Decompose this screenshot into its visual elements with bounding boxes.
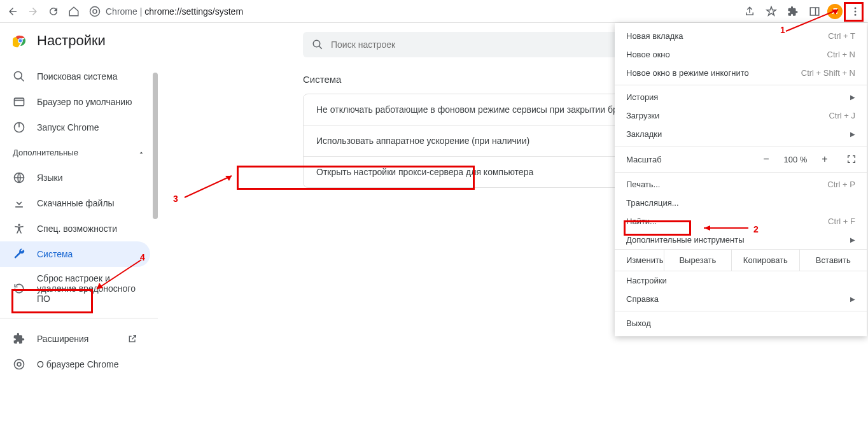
menu-shortcut: Ctrl + J xyxy=(829,111,855,120)
sidebar-label: Расширения xyxy=(37,334,88,344)
chevron-right-icon: ▶ xyxy=(850,94,855,101)
sidepanel-button[interactable] xyxy=(806,3,823,20)
share-button[interactable] xyxy=(741,3,759,20)
svg-point-0 xyxy=(90,6,100,16)
menu-new-tab[interactable]: Новая вкладкаCtrl + T xyxy=(615,27,867,45)
profile-avatar[interactable]: Л xyxy=(827,4,843,19)
power-icon xyxy=(13,121,25,134)
browser-toolbar: Chrome | chrome://settings/system Л xyxy=(0,0,868,23)
menu-new-window[interactable]: Новое окноCtrl + N xyxy=(615,45,867,64)
sidebar-label: Система xyxy=(37,249,73,259)
svg-point-17 xyxy=(18,224,20,226)
menu-help[interactable]: Справка▶ xyxy=(615,290,867,308)
sidebar: Поисковая система Браузер по умолчанию З… xyxy=(0,59,158,442)
external-link-icon xyxy=(127,334,137,344)
zoom-in-button[interactable]: + xyxy=(817,152,832,167)
forward-button[interactable] xyxy=(24,3,42,20)
search-icon xyxy=(13,70,25,83)
svg-line-11 xyxy=(21,78,24,82)
sidebar-item-search-engine[interactable]: Поисковая система xyxy=(0,64,150,89)
sidebar-item-languages[interactable]: Языки xyxy=(0,165,150,190)
sidebar-label: Скачанные файлы xyxy=(37,198,115,208)
menu-label: Новая вкладка xyxy=(626,31,683,41)
zoom-out-button[interactable]: − xyxy=(759,152,774,167)
menu-history[interactable]: История▶ xyxy=(615,88,867,106)
menu-print[interactable]: Печать...Ctrl + P xyxy=(615,175,867,194)
menu-label: Дополнительные инструменты xyxy=(626,235,745,245)
menu-shortcut: Ctrl + N xyxy=(827,50,855,59)
menu-zoom: Масштаб − 100 % + xyxy=(615,149,867,169)
home-icon xyxy=(68,6,80,17)
sidebar-label: Спец. возможности xyxy=(37,224,117,234)
sidebar-label: Браузер по умолчанию xyxy=(37,97,132,107)
sidebar-item-system[interactable]: Система xyxy=(0,241,150,267)
puzzle-icon xyxy=(787,6,799,17)
back-button[interactable] xyxy=(4,3,22,20)
puzzle-icon xyxy=(13,332,25,345)
extensions-button[interactable] xyxy=(784,3,802,20)
sidebar-label: О браузере Chrome xyxy=(37,359,119,369)
sidebar-item-default-browser[interactable]: Браузер по умолчанию xyxy=(0,89,150,115)
row-label: Использовать аппаратное ускорение (при н… xyxy=(316,136,529,146)
sidebar-item-reset[interactable]: Сброс настроек и удаление вредоносного П… xyxy=(0,267,150,310)
svg-point-1 xyxy=(93,10,97,13)
sidebar-item-startup[interactable]: Запуск Chrome xyxy=(0,115,150,140)
menu-cut[interactable]: Вырезать xyxy=(664,250,731,271)
chevron-right-icon: ▶ xyxy=(850,296,855,303)
sidebar-label: Поисковая система xyxy=(37,71,118,82)
menu-downloads[interactable]: ЗагрузкиCtrl + J xyxy=(615,106,867,125)
sidebar-label: Запуск Chrome xyxy=(37,122,99,132)
menu-cast[interactable]: Трансляция... xyxy=(615,194,867,212)
menu-label: Новое окно в режиме инкогнито xyxy=(626,68,749,78)
sidebar-item-about[interactable]: О браузере Chrome xyxy=(0,352,150,377)
sidebar-item-extensions[interactable]: Расширения xyxy=(0,326,150,352)
fullscreen-button[interactable] xyxy=(844,152,859,167)
chrome-menu: Новая вкладкаCtrl + T Новое окноCtrl + N… xyxy=(615,23,867,336)
chevron-right-icon: ▶ xyxy=(850,236,855,243)
sidebar-item-accessibility[interactable]: Спец. возможности xyxy=(0,216,150,241)
menu-tools[interactable]: Дополнительные инструменты▶ xyxy=(615,231,867,249)
chevron-right-icon: ▶ xyxy=(850,131,855,138)
advanced-label: Дополнительные xyxy=(13,148,78,157)
settings-title: Настройки xyxy=(37,32,106,49)
panel-icon xyxy=(809,6,820,17)
menu-find[interactable]: Найти...Ctrl + F xyxy=(615,212,867,231)
chrome-icon xyxy=(89,6,101,17)
chrome-logo-icon xyxy=(13,33,28,48)
sidebar-advanced-header[interactable]: Дополнительные xyxy=(0,140,158,165)
edit-label: Изменить xyxy=(615,250,664,271)
address-bar[interactable]: Chrome | chrome://settings/system xyxy=(89,6,738,17)
reload-button[interactable] xyxy=(45,3,62,20)
svg-point-5 xyxy=(855,10,857,12)
main-menu-button[interactable] xyxy=(846,3,864,20)
svg-point-10 xyxy=(15,72,22,80)
url-text: Chrome | chrome://settings/system xyxy=(106,6,243,17)
menu-incognito[interactable]: Новое окно в режиме инкогнитоCtrl + Shif… xyxy=(615,64,867,82)
kebab-icon xyxy=(850,6,861,17)
svg-point-18 xyxy=(15,360,24,369)
scrollbar-thumb[interactable] xyxy=(153,73,158,219)
globe-icon xyxy=(13,171,25,184)
sidebar-item-downloads[interactable]: Скачанные файлы xyxy=(0,190,150,216)
reload-icon xyxy=(48,6,59,17)
svg-point-4 xyxy=(855,7,857,9)
home-button[interactable] xyxy=(65,3,83,20)
menu-label: Трансляция... xyxy=(626,198,679,208)
toolbar-right: Л xyxy=(741,3,864,20)
menu-copy[interactable]: Копировать xyxy=(731,250,799,271)
menu-label: Загрузки xyxy=(626,111,659,120)
bookmark-button[interactable] xyxy=(762,3,780,20)
chrome-small-icon xyxy=(13,358,25,371)
menu-label: Настройки xyxy=(626,276,667,285)
menu-label: Новое окно xyxy=(626,50,670,59)
menu-settings[interactable]: Настройки xyxy=(615,271,867,290)
menu-shortcut: Ctrl + F xyxy=(828,217,855,226)
accessibility-icon xyxy=(13,222,25,235)
row-label: Не отключать работающие в фоновом режиме… xyxy=(316,104,646,115)
browser-icon xyxy=(13,96,25,108)
menu-exit[interactable]: Выход xyxy=(615,314,867,332)
menu-label: Закладки xyxy=(626,129,662,139)
menu-bookmarks[interactable]: Закладки▶ xyxy=(615,125,867,143)
menu-paste[interactable]: Вставить xyxy=(799,250,867,271)
zoom-label: Масштаб xyxy=(626,155,752,164)
